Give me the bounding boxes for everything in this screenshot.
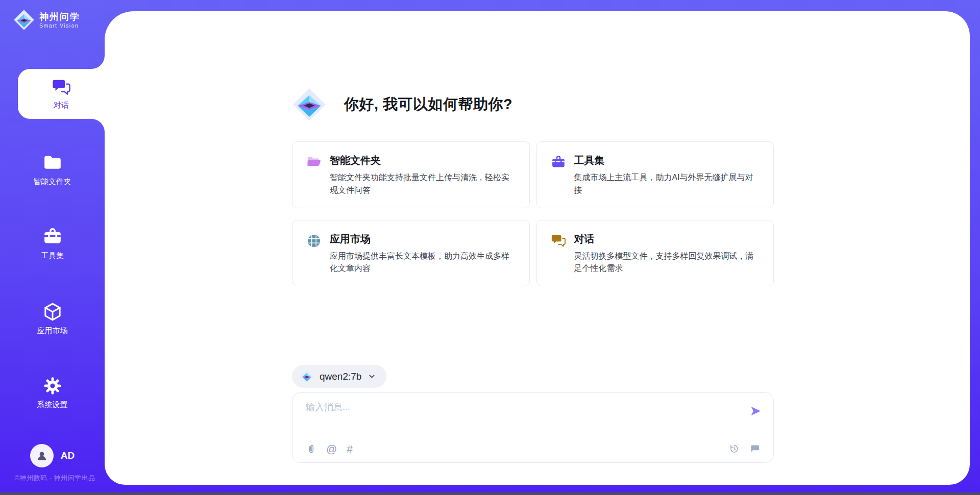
model-selector[interactable]: qwen2:7b — [292, 365, 386, 388]
chat-bubbles-icon — [52, 78, 71, 97]
model-name: qwen2:7b — [320, 371, 361, 382]
person-icon — [35, 449, 48, 462]
model-logo-icon — [300, 370, 313, 383]
tab-fillet-bottom — [91, 119, 105, 132]
sidebar-item-label: 系统设置 — [37, 400, 68, 410]
sidebar-item-chat[interactable]: 对话 — [18, 69, 105, 119]
card-title: 对话 — [574, 232, 761, 246]
sidebar-footer: ©神州数码 · 神州问学出品 — [0, 474, 110, 483]
history-clock-icon — [729, 443, 740, 454]
sidebar-item-smart-folder[interactable]: 智能文件夹 — [0, 149, 105, 190]
message-input[interactable] — [306, 401, 724, 431]
grid-blocks-icon — [306, 233, 322, 249]
composer-toolbar: @ # — [306, 441, 760, 456]
app-window: 神州问学 Smart Vision 对话 智能文件夹 工具集 应用市场 系统设置 — [0, 0, 980, 495]
user-account[interactable]: AD — [0, 443, 105, 468]
assistant-logo-icon — [292, 87, 327, 122]
sidebar-item-label: 应用市场 — [37, 326, 68, 336]
card-description: 智能文件夹功能支持批量文件上传与清洗，轻松实现文件问答 — [330, 171, 516, 197]
toolbox-icon — [42, 227, 63, 247]
avatar — [30, 444, 54, 467]
main-panel: 你好, 我可以如何帮助你? 智能文件夹 智能文件夹功能支持批量文件上传与清洗，轻… — [105, 11, 970, 485]
cube-icon — [42, 302, 63, 322]
card-description: 集成市场上主流工具，助力AI与外界无缝扩展与对接 — [574, 171, 761, 197]
card-app-market[interactable]: 应用市场 应用市场提供丰富长文本模板，助力高效生成多样化文章内容 — [292, 220, 530, 287]
attach-file-button[interactable] — [306, 443, 316, 454]
card-description: 灵活切换多模型文件，支持多样回复效果调试，满足个性化需求 — [574, 250, 761, 276]
chat-bubbles-icon — [551, 233, 566, 249]
folder-open-icon — [306, 155, 322, 170]
chat-solid-icon — [749, 443, 760, 454]
mention-button[interactable]: @ — [326, 443, 337, 454]
new-chat-button[interactable] — [749, 443, 760, 454]
tab-fillet-top — [91, 56, 105, 69]
history-button[interactable] — [729, 443, 740, 454]
brand-logo-icon — [13, 9, 35, 31]
sidebar-item-label: 工具集 — [41, 251, 64, 261]
bottom-edge — [0, 492, 980, 495]
sidebar-item-app-market[interactable]: 应用市场 — [0, 298, 105, 339]
card-toolset[interactable]: 工具集 集成市场上主流工具，助力AI与外界无缝扩展与对接 — [536, 141, 774, 208]
card-title: 智能文件夹 — [330, 154, 516, 167]
greeting-text: 你好, 我可以如何帮助你? — [344, 94, 512, 115]
sidebar-item-label: 对话 — [54, 101, 69, 110]
sidebar-item-label: 智能文件夹 — [33, 177, 71, 187]
card-description: 应用市场提供丰富长文本模板，助力高效生成多样化文章内容 — [330, 250, 516, 276]
card-chat[interactable]: 对话 灵活切换多模型文件，支持多样回复效果调试，满足个性化需求 — [536, 220, 774, 287]
message-composer: ➤ @ # — [292, 392, 774, 463]
composer-divider — [303, 436, 763, 436]
content-column: 你好, 我可以如何帮助你? 智能文件夹 智能文件夹功能支持批量文件上传与清洗，轻… — [292, 11, 774, 485]
send-icon[interactable]: ➤ — [749, 404, 761, 418]
card-title: 工具集 — [574, 154, 761, 167]
gear-icon — [42, 376, 63, 396]
brand-subtitle: Smart Vision — [39, 22, 80, 29]
folder-icon — [42, 153, 63, 173]
feature-cards: 智能文件夹 智能文件夹功能支持批量文件上传与清洗，轻松实现文件问答 工具集 集成… — [292, 141, 774, 286]
hashtag-button[interactable]: # — [347, 443, 353, 454]
paperclip-icon — [306, 443, 316, 454]
brand: 神州问学 Smart Vision — [13, 9, 80, 31]
toolbox-icon — [551, 155, 566, 170]
chevron-down-icon — [368, 372, 376, 381]
sidebar-item-settings[interactable]: 系统设置 — [0, 372, 105, 413]
greeting: 你好, 我可以如何帮助你? — [292, 87, 512, 122]
user-initials: AD — [61, 450, 75, 461]
sidebar-item-toolset[interactable]: 工具集 — [0, 223, 105, 264]
card-title: 应用市场 — [330, 232, 516, 246]
card-smart-folder[interactable]: 智能文件夹 智能文件夹功能支持批量文件上传与清洗，轻松实现文件问答 — [292, 141, 530, 208]
brand-name: 神州问学 — [39, 11, 80, 23]
